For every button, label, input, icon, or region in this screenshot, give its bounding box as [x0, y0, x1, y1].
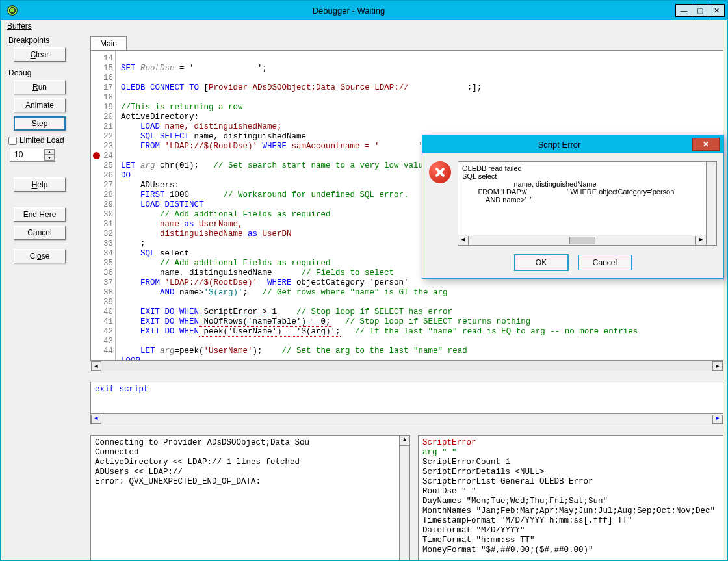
- breakpoint-icon[interactable]: [93, 152, 100, 159]
- left-panel: Breakpoints Clear Debug Run Animate Step…: [8, 36, 80, 267]
- debug-label: Debug: [8, 68, 80, 77]
- variables-panel: ScriptError arg " " ScriptErrorCount 1 S…: [418, 435, 723, 561]
- menu-buffers[interactable]: Buffers: [7, 21, 32, 31]
- dialog-title: Script Error: [426, 140, 692, 150]
- help-button[interactable]: Help: [14, 177, 66, 192]
- app-icon: [7, 5, 18, 16]
- scroll-right-icon[interactable]: ►: [712, 361, 723, 371]
- close-button[interactable]: ✕: [708, 4, 725, 17]
- scroll-up-icon[interactable]: ▲: [400, 436, 410, 446]
- breakpoints-label: Breakpoints: [8, 36, 80, 45]
- menubar: Buffers: [1, 20, 727, 33]
- main-area: Breakpoints Clear Debug Run Animate Step…: [1, 33, 727, 560]
- limited-load-row: Limited Load: [8, 136, 80, 145]
- error-scroll-v[interactable]: [706, 162, 716, 245]
- dialog-cancel-button[interactable]: Cancel: [578, 255, 632, 270]
- console-log: Connecting to Provider=ADsDSOObject;Data…: [90, 435, 410, 561]
- scroll-left-icon[interactable]: ◄: [91, 361, 101, 371]
- dialog-ok-button[interactable]: OK: [515, 255, 568, 270]
- error-message-box[interactable]: OLEDB read failed SQL select name, disti…: [458, 161, 717, 246]
- script-preview: exit script ◄ ►: [90, 382, 723, 424]
- error-scroll-h[interactable]: ◄ ►: [458, 235, 706, 245]
- limited-load-spinner[interactable]: 10 ▲ ▼: [10, 148, 55, 162]
- window-title: Debugger - Waiting: [21, 6, 676, 16]
- tab-main[interactable]: Main: [90, 36, 127, 51]
- limited-load-label: Limited Load: [20, 136, 64, 145]
- animate-button[interactable]: Animate: [14, 98, 66, 112]
- code-scroll-h[interactable]: ◄ ►: [91, 360, 723, 371]
- window-buttons: — ▢ ✕: [676, 4, 725, 17]
- gutter: 1415161718192021222324252627282930313233…: [91, 51, 116, 360]
- titlebar: Debugger - Waiting — ▢ ✕: [1, 1, 727, 20]
- limited-load-value: 10: [14, 150, 23, 159]
- scroll-right-icon[interactable]: ►: [696, 236, 706, 245]
- maximize-button[interactable]: ▢: [692, 4, 708, 17]
- spin-buttons: ▲ ▼: [44, 149, 55, 161]
- spin-down[interactable]: ▼: [44, 155, 55, 161]
- scroll-right-icon[interactable]: ►: [712, 415, 723, 424]
- dialog-titlebar[interactable]: Script Error ✕: [422, 135, 723, 153]
- script-error-dialog: Script Error ✕ OLEDB read failed SQL sel…: [422, 135, 724, 279]
- step-button[interactable]: Step: [14, 116, 66, 131]
- scroll-left-icon[interactable]: ◄: [91, 415, 101, 424]
- cancel-button[interactable]: Cancel: [14, 226, 66, 240]
- spin-up[interactable]: ▲: [44, 149, 55, 155]
- clear-button[interactable]: Clear: [14, 47, 66, 62]
- dialog-close-button[interactable]: ✕: [692, 138, 720, 151]
- limited-load-checkbox[interactable]: [8, 137, 17, 145]
- preview-scroll-h[interactable]: ◄ ►: [91, 413, 723, 424]
- end-here-button[interactable]: End Here: [14, 207, 66, 222]
- minimize-button[interactable]: —: [675, 4, 692, 17]
- close-window-button[interactable]: Close: [14, 249, 66, 263]
- run-button[interactable]: Run: [14, 80, 66, 94]
- error-icon: [429, 161, 451, 183]
- scroll-left-icon[interactable]: ◄: [458, 236, 469, 245]
- console-scroll-v[interactable]: ▲ ▼: [399, 436, 410, 561]
